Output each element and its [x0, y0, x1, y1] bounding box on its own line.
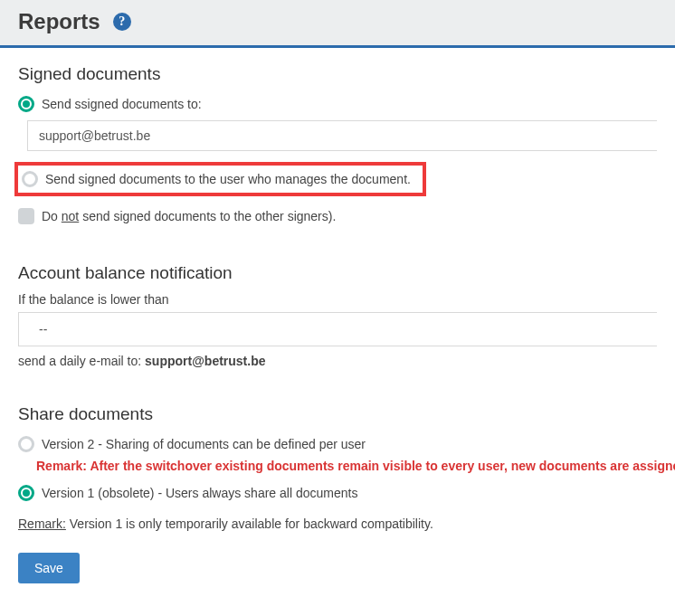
option-label: Do not send signed documents to the othe…	[42, 209, 336, 223]
save-button[interactable]: Save	[18, 553, 80, 583]
signed-email-input[interactable]	[27, 120, 657, 151]
option-label: Send signed documents to the user who ma…	[45, 172, 411, 186]
highlight-annotation: Send signed documents to the user who ma…	[14, 162, 426, 196]
text-underline: not	[62, 209, 79, 223]
balance-email: support@betrust.be	[145, 354, 265, 368]
remark-body: Version 1 is only temporarily available …	[66, 516, 433, 531]
select-value: --	[30, 322, 47, 336]
balance-threshold-select[interactable]: --	[18, 312, 657, 346]
radio-icon	[18, 485, 34, 501]
radio-icon	[22, 171, 38, 187]
text-part: send signed documents to the other signe…	[79, 209, 336, 223]
share-heading: Share documents	[18, 404, 657, 424]
page-title-row: Reports ?	[18, 9, 657, 34]
text-part: Do	[42, 209, 62, 223]
section-signed-documents: Signed documents Send ssigned documents …	[18, 64, 657, 227]
page-header: Reports ?	[0, 0, 675, 48]
option-send-to-manager[interactable]: Send signed documents to the user who ma…	[20, 169, 421, 189]
option-version-1[interactable]: Version 1 (obsolete) - Users always shar…	[18, 482, 657, 504]
section-share-documents: Share documents Version 2 - Sharing of d…	[18, 404, 657, 531]
content-area: Signed documents Send ssigned documents …	[0, 48, 675, 602]
remark-warning: Remark: After the switchover existing do…	[36, 459, 657, 473]
option-label: Version 1 (obsolete) - Users always shar…	[42, 486, 357, 500]
balance-if-lower: If the balance is lower than	[18, 292, 657, 307]
option-label: Version 2 - Sharing of documents can be …	[42, 437, 366, 451]
option-send-to-address[interactable]: Send ssigned documents to:	[18, 93, 657, 115]
checkbox-icon	[18, 208, 34, 224]
radio-icon	[18, 96, 34, 112]
signed-heading: Signed documents	[18, 64, 657, 84]
text-part: send a daily e-mail to:	[18, 354, 145, 368]
help-icon[interactable]: ?	[113, 13, 131, 31]
page-title: Reports	[18, 9, 100, 34]
option-label: Send ssigned documents to:	[42, 97, 202, 111]
balance-heading: Account balance notification	[18, 263, 657, 283]
section-account-balance: Account balance notification If the bala…	[18, 263, 657, 368]
radio-icon	[18, 436, 34, 452]
remark-compatibility: Remark: Version 1 is only temporarily av…	[18, 516, 657, 531]
balance-send-line: send a daily e-mail to: support@betrust.…	[18, 354, 657, 368]
option-version-2[interactable]: Version 2 - Sharing of documents can be …	[18, 433, 657, 455]
option-do-not-send[interactable]: Do not send signed documents to the othe…	[18, 205, 657, 227]
remark-prefix: Remark:	[18, 516, 66, 531]
